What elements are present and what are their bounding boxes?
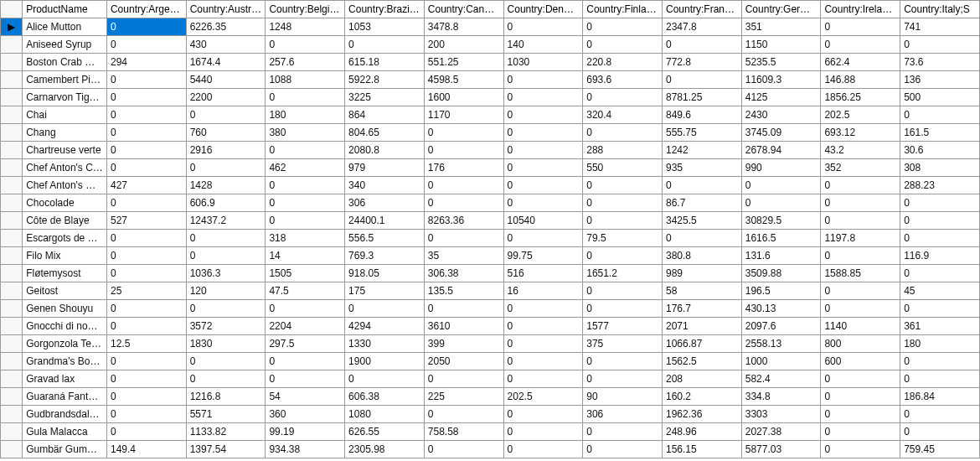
row-indicator[interactable] [1,282,23,300]
cell-value[interactable]: 248.96 [662,423,741,441]
cell-value[interactable]: 0 [583,18,663,36]
cell-value[interactable]: 35 [424,247,503,265]
cell-value[interactable]: 0 [503,89,583,106]
cell-value[interactable]: 5440 [186,71,266,89]
row-indicator[interactable] [1,423,23,441]
table-row[interactable]: Côte de Blaye52712437.2024400.18263.3610… [1,212,980,230]
table-row[interactable]: Genen Shouyu0000000176.7430.1300 [1,300,980,318]
cell-value[interactable]: 582.4 [741,370,821,388]
cell-value[interactable]: 2097.6 [741,318,821,335]
cell-value[interactable]: 0 [821,423,900,441]
cell-value[interactable]: 3745.09 [741,124,821,142]
table-row[interactable]: Chef Anton's Caj...004629791760550935990… [1,159,980,177]
cell-value[interactable]: 0 [583,441,663,458]
cell-value[interactable]: 0 [186,353,266,370]
cell-product-name[interactable]: Carnarvon Tigers [23,89,107,106]
cell-value[interactable]: 551.25 [424,54,503,71]
cell-value[interactable]: 352 [821,159,900,177]
cell-product-name[interactable]: Camembert Pierrot [23,71,107,89]
cell-value[interactable]: 0 [583,89,663,106]
cell-value[interactable]: 0 [583,36,663,54]
cell-value[interactable]: 0 [821,300,900,318]
cell-value[interactable]: 2916 [186,142,266,159]
cell-value[interactable]: 1036.3 [186,265,266,282]
cell-value[interactable]: 0 [106,406,186,423]
cell-value[interactable]: 0 [662,36,741,54]
cell-product-name[interactable]: Gravad lax [23,370,107,388]
cell-value[interactable]: 0 [266,370,345,388]
cell-value[interactable]: 0 [266,142,345,159]
cell-value[interactable]: 297.5 [266,335,345,353]
cell-product-name[interactable]: Chocolade [23,194,107,212]
cell-value[interactable]: 3610 [424,318,503,335]
cell-value[interactable]: 161.5 [900,124,980,142]
cell-value[interactable]: 0 [106,142,186,159]
table-row[interactable]: Chartreuse verte0291602080.8002881242267… [1,142,980,159]
cell-value[interactable]: 25 [106,282,186,300]
cell-value[interactable]: 600 [821,353,900,370]
cell-value[interactable]: 2027.38 [741,423,821,441]
cell-value[interactable]: 135.5 [424,282,503,300]
cell-value[interactable]: 1330 [345,335,425,353]
table-row[interactable]: Filo Mix0014769.33599.750380.8131.60116.… [1,247,980,265]
cell-value[interactable]: 0 [821,282,900,300]
cell-value[interactable]: 380.8 [662,247,741,265]
cell-value[interactable]: 0 [345,370,425,388]
table-row[interactable]: Gnocchi di nonn...0357222044294361001577… [1,318,980,335]
cell-value[interactable]: 0 [424,370,503,388]
cell-value[interactable]: 0 [900,194,980,212]
cell-value[interactable]: 2347.8 [662,18,741,36]
cell-value[interactable]: 361 [900,318,980,335]
cell-product-name[interactable]: Côte de Blaye [23,212,107,230]
cell-value[interactable]: 500 [900,89,980,106]
cell-value[interactable]: 0 [106,247,186,265]
cell-value[interactable]: 741 [900,18,980,36]
row-indicator[interactable] [1,194,23,212]
cell-product-name[interactable]: Boston Crab Meat [23,54,107,71]
cell-value[interactable]: 294 [106,54,186,71]
cell-value[interactable]: 1053 [345,18,425,36]
cell-value[interactable]: 288 [583,142,663,159]
cell-value[interactable]: 140 [503,36,583,54]
row-indicator[interactable] [1,124,23,142]
cell-value[interactable]: 0 [821,406,900,423]
cell-value[interactable]: 0 [106,353,186,370]
table-row[interactable]: Gorgonzola Telino12.51830297.51330399037… [1,335,980,353]
cell-value[interactable]: 0 [741,177,821,194]
row-indicator[interactable] [1,441,23,458]
cell-value[interactable]: 14 [266,247,345,265]
cell-value[interactable]: 935 [662,159,741,177]
cell-value[interactable]: 1242 [662,142,741,159]
cell-product-name[interactable]: Grandma's Boyse... [23,353,107,370]
cell-value[interactable]: 693.6 [583,71,663,89]
cell-value[interactable]: 0 [106,159,186,177]
cell-value[interactable]: 516 [503,265,583,282]
cell-value[interactable]: 306 [583,406,663,423]
row-indicator[interactable] [1,159,23,177]
table-row[interactable]: Fløtemysost01036.31505918.05306.38516165… [1,265,980,282]
cell-value[interactable]: 2204 [266,318,345,335]
cell-product-name[interactable]: Chang [23,124,107,142]
cell-value[interactable]: 79.5 [583,230,663,247]
cell-value[interactable]: 58 [662,282,741,300]
cell-value[interactable]: 320.4 [583,106,663,124]
cell-value[interactable]: 0 [821,36,900,54]
cell-value[interactable]: 1216.8 [186,388,266,406]
cell-value[interactable]: 1962.36 [662,406,741,423]
table-row[interactable]: Escargots de Bo...00318556.50079.501616.… [1,230,980,247]
cell-value[interactable]: 47.5 [266,282,345,300]
table-row[interactable]: Chai0018086411700320.4849.62430202.50 [1,106,980,124]
cell-value[interactable]: 0 [424,230,503,247]
cell-value[interactable]: 0 [583,124,663,142]
cell-product-name[interactable]: Geitost [23,282,107,300]
cell-value[interactable]: 0 [424,124,503,142]
cell-value[interactable]: 0 [821,177,900,194]
cell-value[interactable]: 99.19 [266,423,345,441]
cell-value[interactable]: 0 [900,212,980,230]
cell-value[interactable]: 0 [503,177,583,194]
cell-value[interactable]: 0 [821,18,900,36]
row-indicator[interactable] [1,36,23,54]
row-header-corner[interactable] [1,1,23,18]
cell-value[interactable]: 0 [662,71,741,89]
cell-value[interactable]: 0 [186,247,266,265]
